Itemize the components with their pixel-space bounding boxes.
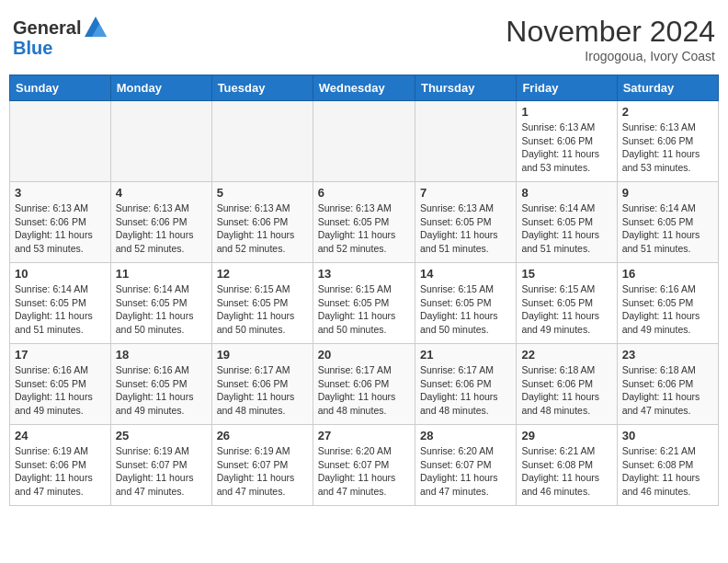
calendar-cell: 22Sunrise: 6:18 AM Sunset: 6:06 PM Dayli… [517, 344, 617, 425]
calendar-cell [415, 101, 516, 182]
day-number: 15 [521, 267, 611, 281]
calendar-cell [10, 101, 111, 182]
calendar-cell: 11Sunrise: 6:14 AM Sunset: 6:05 PM Dayli… [110, 263, 211, 344]
day-info: Sunrise: 6:16 AM Sunset: 6:05 PM Dayligh… [622, 282, 713, 337]
calendar-cell: 17Sunrise: 6:16 AM Sunset: 6:05 PM Dayli… [10, 344, 111, 425]
calendar-cell [313, 101, 415, 182]
calendar-cell: 9Sunrise: 6:14 AM Sunset: 6:05 PM Daylig… [617, 182, 718, 263]
calendar-cell: 10Sunrise: 6:14 AM Sunset: 6:05 PM Dayli… [10, 263, 111, 344]
day-info: Sunrise: 6:13 AM Sunset: 6:06 PM Dayligh… [15, 201, 106, 256]
calendar-cell: 30Sunrise: 6:21 AM Sunset: 6:08 PM Dayli… [617, 425, 718, 506]
day-info: Sunrise: 6:19 AM Sunset: 6:07 PM Dayligh… [116, 444, 207, 499]
day-info: Sunrise: 6:13 AM Sunset: 6:06 PM Dayligh… [622, 121, 713, 175]
day-number: 1 [521, 105, 611, 119]
calendar-cell: 1Sunrise: 6:13 AM Sunset: 6:06 PM Daylig… [517, 101, 617, 182]
weekday-header-tuesday: Tuesday [211, 75, 313, 101]
calendar-cell: 6Sunrise: 6:13 AM Sunset: 6:05 PM Daylig… [313, 182, 415, 263]
calendar-header-row: SundayMondayTuesdayWednesdayThursdayFrid… [10, 75, 719, 101]
weekday-header-saturday: Saturday [617, 75, 718, 101]
calendar-week-2: 3Sunrise: 6:13 AM Sunset: 6:06 PM Daylig… [10, 182, 719, 263]
calendar-cell: 28Sunrise: 6:20 AM Sunset: 6:07 PM Dayli… [415, 425, 516, 506]
title-block: November 2024 Irogogoua, Ivory Coast [506, 15, 715, 63]
day-number: 4 [116, 186, 207, 200]
day-info: Sunrise: 6:14 AM Sunset: 6:05 PM Dayligh… [15, 282, 106, 337]
day-info: Sunrise: 6:13 AM Sunset: 6:05 PM Dayligh… [318, 201, 410, 256]
calendar-table: SundayMondayTuesdayWednesdayThursdayFrid… [9, 75, 719, 506]
calendar-cell: 24Sunrise: 6:19 AM Sunset: 6:06 PM Dayli… [10, 425, 111, 506]
calendar-week-4: 17Sunrise: 6:16 AM Sunset: 6:05 PM Dayli… [10, 344, 719, 425]
logo-icon [83, 15, 108, 40]
day-info: Sunrise: 6:18 AM Sunset: 6:06 PM Dayligh… [622, 363, 713, 418]
day-info: Sunrise: 6:19 AM Sunset: 6:06 PM Dayligh… [15, 444, 106, 499]
day-number: 9 [622, 186, 713, 200]
day-info: Sunrise: 6:13 AM Sunset: 6:05 PM Dayligh… [420, 201, 511, 256]
day-number: 10 [15, 267, 106, 281]
day-number: 12 [217, 267, 308, 281]
day-number: 8 [521, 186, 611, 200]
logo-blue: Blue [13, 39, 108, 57]
day-info: Sunrise: 6:18 AM Sunset: 6:06 PM Dayligh… [521, 363, 611, 418]
calendar-cell: 4Sunrise: 6:13 AM Sunset: 6:06 PM Daylig… [110, 182, 211, 263]
day-info: Sunrise: 6:19 AM Sunset: 6:07 PM Dayligh… [217, 444, 308, 499]
calendar-cell: 23Sunrise: 6:18 AM Sunset: 6:06 PM Dayli… [617, 344, 718, 425]
weekday-header-friday: Friday [517, 75, 617, 101]
day-info: Sunrise: 6:20 AM Sunset: 6:07 PM Dayligh… [318, 444, 410, 499]
day-info: Sunrise: 6:15 AM Sunset: 6:05 PM Dayligh… [521, 282, 611, 337]
calendar-cell: 3Sunrise: 6:13 AM Sunset: 6:06 PM Daylig… [10, 182, 111, 263]
day-number: 24 [15, 429, 106, 442]
day-info: Sunrise: 6:21 AM Sunset: 6:08 PM Dayligh… [622, 444, 713, 499]
weekday-header-thursday: Thursday [415, 75, 516, 101]
calendar-cell: 19Sunrise: 6:17 AM Sunset: 6:06 PM Dayli… [211, 344, 313, 425]
day-number: 23 [622, 348, 713, 362]
calendar-cell: 12Sunrise: 6:15 AM Sunset: 6:05 PM Dayli… [211, 263, 313, 344]
day-number: 3 [15, 186, 106, 200]
day-number: 7 [420, 186, 511, 200]
location-subtitle: Irogogoua, Ivory Coast [506, 49, 715, 63]
logo: General Blue [13, 15, 108, 57]
calendar-cell: 21Sunrise: 6:17 AM Sunset: 6:06 PM Dayli… [415, 344, 516, 425]
calendar-cell [110, 101, 211, 182]
calendar-cell: 20Sunrise: 6:17 AM Sunset: 6:06 PM Dayli… [313, 344, 415, 425]
day-number: 19 [217, 348, 308, 362]
calendar-cell: 13Sunrise: 6:15 AM Sunset: 6:05 PM Dayli… [313, 263, 415, 344]
day-info: Sunrise: 6:16 AM Sunset: 6:05 PM Dayligh… [116, 363, 207, 418]
day-number: 26 [217, 429, 308, 442]
calendar-cell: 5Sunrise: 6:13 AM Sunset: 6:06 PM Daylig… [211, 182, 313, 263]
logo-general: General [13, 17, 81, 38]
day-info: Sunrise: 6:15 AM Sunset: 6:05 PM Dayligh… [420, 282, 511, 337]
day-info: Sunrise: 6:17 AM Sunset: 6:06 PM Dayligh… [420, 363, 511, 418]
calendar-cell: 18Sunrise: 6:16 AM Sunset: 6:05 PM Dayli… [110, 344, 211, 425]
day-number: 22 [521, 348, 611, 362]
calendar-cell: 27Sunrise: 6:20 AM Sunset: 6:07 PM Dayli… [313, 425, 415, 506]
day-number: 16 [622, 267, 713, 281]
calendar-week-1: 1Sunrise: 6:13 AM Sunset: 6:06 PM Daylig… [10, 101, 719, 182]
day-info: Sunrise: 6:20 AM Sunset: 6:07 PM Dayligh… [420, 444, 511, 499]
day-number: 27 [318, 429, 410, 442]
month-title: November 2024 [506, 15, 715, 49]
calendar-cell: 2Sunrise: 6:13 AM Sunset: 6:06 PM Daylig… [617, 101, 718, 182]
day-number: 28 [420, 429, 511, 442]
calendar-cell: 15Sunrise: 6:15 AM Sunset: 6:05 PM Dayli… [517, 263, 617, 344]
day-info: Sunrise: 6:15 AM Sunset: 6:05 PM Dayligh… [318, 282, 410, 337]
day-number: 14 [420, 267, 511, 281]
weekday-header-monday: Monday [110, 75, 211, 101]
calendar-cell [211, 101, 313, 182]
day-info: Sunrise: 6:21 AM Sunset: 6:08 PM Dayligh… [521, 444, 611, 499]
day-number: 21 [420, 348, 511, 362]
day-info: Sunrise: 6:17 AM Sunset: 6:06 PM Dayligh… [217, 363, 308, 418]
day-info: Sunrise: 6:14 AM Sunset: 6:05 PM Dayligh… [116, 282, 207, 337]
day-info: Sunrise: 6:16 AM Sunset: 6:05 PM Dayligh… [15, 363, 106, 418]
day-info: Sunrise: 6:15 AM Sunset: 6:05 PM Dayligh… [217, 282, 308, 337]
day-info: Sunrise: 6:13 AM Sunset: 6:06 PM Dayligh… [217, 201, 308, 256]
calendar-cell: 26Sunrise: 6:19 AM Sunset: 6:07 PM Dayli… [211, 425, 313, 506]
calendar-cell: 16Sunrise: 6:16 AM Sunset: 6:05 PM Dayli… [617, 263, 718, 344]
day-info: Sunrise: 6:17 AM Sunset: 6:06 PM Dayligh… [318, 363, 410, 418]
weekday-header-wednesday: Wednesday [313, 75, 415, 101]
calendar-week-5: 24Sunrise: 6:19 AM Sunset: 6:06 PM Dayli… [10, 425, 719, 506]
calendar-cell: 7Sunrise: 6:13 AM Sunset: 6:05 PM Daylig… [415, 182, 516, 263]
day-number: 30 [622, 429, 713, 442]
day-info: Sunrise: 6:14 AM Sunset: 6:05 PM Dayligh… [521, 201, 611, 256]
day-number: 20 [318, 348, 410, 362]
calendar-week-3: 10Sunrise: 6:14 AM Sunset: 6:05 PM Dayli… [10, 263, 719, 344]
day-number: 6 [318, 186, 410, 200]
